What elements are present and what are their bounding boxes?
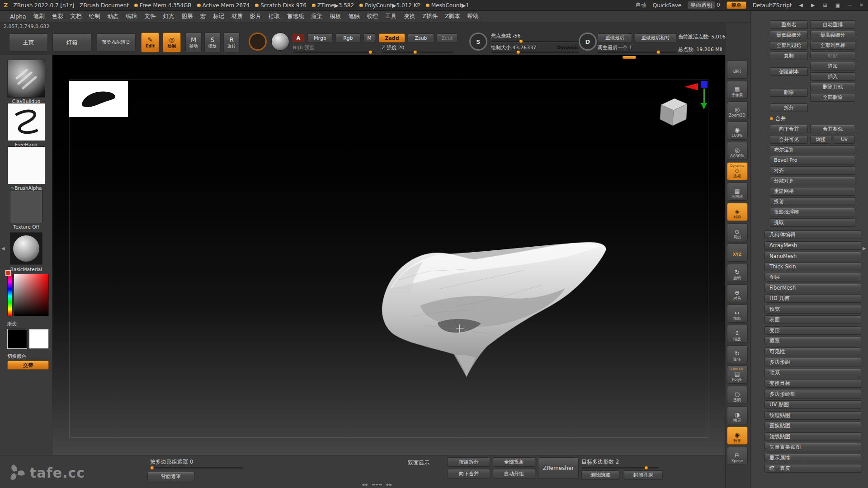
menu-item[interactable]: 图层 (178, 11, 197, 22)
menu-item[interactable]: 色彩 (48, 11, 67, 22)
right-shelf-button[interactable]: XYZ (727, 244, 748, 262)
right-shelf-button[interactable]: ↔ 移动 (727, 305, 748, 323)
tool-subpalette[interactable]: 统一表皮 (764, 464, 861, 473)
tool-subpalette[interactable]: 变形 (764, 326, 861, 335)
delete-all-button[interactable]: 全部删除 (810, 93, 855, 102)
rgb-button[interactable]: Rgb (335, 33, 361, 42)
home-button[interactable]: 主页 (9, 33, 48, 52)
menu-item[interactable]: 工具 (382, 11, 401, 22)
lightbox-button[interactable]: 灯箱 (52, 33, 91, 52)
scroll-left-icon[interactable]: ◀◀ (362, 483, 367, 487)
target-polygons-slider[interactable] (581, 467, 659, 469)
swap-color-button[interactable]: 交替 (7, 361, 49, 370)
slider-knob[interactable] (656, 50, 660, 54)
zadd-button[interactable]: Zadd (379, 33, 405, 42)
subtool-section[interactable]: 提取 (770, 218, 855, 227)
highest-subdiv-button[interactable]: 最高级细分 (810, 31, 855, 39)
color-picker[interactable] (7, 274, 49, 316)
split-button[interactable]: 拆分 (770, 103, 808, 112)
quicksave-button[interactable]: QuickSave (653, 2, 681, 9)
right-shelf-button[interactable]: ⊕ 对焦 (727, 284, 748, 302)
current-stroke-thumbnail[interactable] (7, 103, 45, 141)
tool-subpalette[interactable]: HD 几何 (764, 294, 861, 303)
material-thumbnail[interactable] (271, 33, 289, 51)
right-shelf-button[interactable]: ⊞ Xpose (727, 447, 748, 465)
focal-shift-slider[interactable] (491, 41, 579, 42)
subtool-section[interactable]: 重建网格 (770, 187, 855, 196)
copy-button[interactable]: 复制 (770, 52, 808, 60)
right-shelf-button[interactable]: ◑ 幽灵 (727, 406, 748, 424)
hue-strip[interactable] (7, 274, 13, 316)
menu-item[interactable]: 动态 (104, 11, 123, 22)
slider-knob[interactable] (368, 50, 373, 54)
canvas-viewport[interactable] (52, 55, 725, 455)
tool-subpalette[interactable]: 预览 (764, 305, 861, 314)
menu-item[interactable]: 拾取 (265, 11, 283, 22)
paste-button[interactable]: 粘贴 (810, 52, 855, 60)
right-shelf-button[interactable]: Dynamic ◇ 透视 (727, 162, 748, 180)
subtool-section[interactable]: Bevel Pro (770, 156, 855, 164)
delete-button[interactable]: 删除 (770, 88, 808, 97)
menu-item[interactable]: 首选项 (283, 11, 308, 22)
stroke-indicator-icon[interactable]: S (469, 33, 487, 51)
gizmo-x-axis-icon[interactable] (684, 83, 698, 90)
slider-knob[interactable] (519, 39, 523, 43)
menu-item[interactable]: Alpha (6, 12, 30, 21)
tray-collapse-left-icon[interactable]: ◀ (798, 2, 804, 8)
canvas-scrollbar[interactable]: ◀◀ ▬▬▬ ▶▶ (362, 483, 392, 487)
redo-last-relative-button[interactable]: 重做最后相对 (635, 33, 676, 42)
slider-knob[interactable] (516, 50, 520, 54)
auto-reorder-button[interactable]: 自动重排 (810, 20, 855, 29)
tool-subpalette[interactable]: 矢量置换贴图 (764, 443, 861, 451)
insert-button[interactable]: 插入 (810, 72, 855, 81)
auto-group-button[interactable]: 自动分组 (493, 469, 535, 479)
color-chip[interactable]: A (292, 33, 305, 42)
subtool-section[interactable]: 分散对齐 (770, 177, 855, 185)
menu-item[interactable]: 影片 (246, 11, 265, 22)
split-view-icon[interactable]: ▣ (835, 2, 841, 8)
right-shelf-button[interactable]: ↻ 旋转 (727, 345, 748, 363)
tray-collapse-right-icon[interactable]: ▶ (810, 2, 816, 8)
tool-subpalette[interactable]: FiberMesh (764, 284, 861, 292)
menu-button[interactable]: 菜单 (726, 1, 746, 9)
edit-button[interactable]: ✎ Edit (141, 33, 159, 52)
right-shelf-button[interactable]: ◎ AA50% (727, 142, 748, 160)
menu-item[interactable]: 纹理 (363, 11, 382, 22)
backface-mask-button[interactable]: 背面遮罩 (147, 472, 194, 481)
zsub-button[interactable]: Zsub (408, 33, 434, 42)
right-shelf-button[interactable]: ○ 透明 (727, 386, 748, 404)
z-intensity-slider[interactable] (382, 52, 454, 53)
dynamic-mode-label[interactable]: Dynamic (557, 45, 579, 50)
tool-subpalette[interactable]: Thick Skin (764, 263, 861, 271)
double-sided-label[interactable]: 双面显示 (408, 459, 429, 467)
menu-item[interactable]: Z脚本 (441, 11, 464, 22)
density-indicator-icon[interactable]: D (579, 33, 597, 51)
tool-subpalette[interactable]: 置换贴图 (764, 422, 861, 430)
m-button[interactable]: M (363, 33, 375, 42)
menu-item[interactable]: 笔触 (345, 11, 363, 22)
rgb-intensity-slider[interactable] (293, 52, 375, 53)
delete-other-button[interactable]: 删除其他 (810, 83, 855, 91)
right-shelf-button[interactable]: BPR (727, 61, 748, 79)
current-material-thumbnail[interactable] (10, 232, 42, 265)
all-to-target-button[interactable]: 全部到目标 (810, 41, 855, 50)
menu-item[interactable]: 帮助 (464, 11, 482, 22)
project-all-button[interactable]: 全部投射 (493, 457, 535, 467)
weld-button[interactable]: 焊接 (810, 135, 831, 144)
scroll-thumb[interactable]: ▬▬▬ (372, 483, 382, 487)
tool-subpalette[interactable]: 遮罩 (764, 337, 861, 345)
current-alpha-thumbnail[interactable] (7, 146, 45, 184)
right-shelf-button[interactable]: ◉ 独显 (727, 427, 748, 445)
right-shelf-button[interactable]: ◈ 对称 (727, 203, 748, 221)
draw-size-slider[interactable] (491, 52, 579, 53)
adjust-last-slider[interactable] (598, 52, 676, 53)
tool-subpalette[interactable]: 多边形组 (764, 358, 861, 366)
redo-last-button[interactable]: 重做最后 (598, 33, 632, 42)
left-divider-arrow[interactable]: ◀ (1, 246, 5, 251)
mask-by-polygroup-slider[interactable] (150, 467, 243, 469)
right-shelf-button[interactable]: ◉ 100% (727, 122, 748, 140)
right-divider-arrow[interactable]: ▶ (863, 246, 866, 251)
right-shelf-button[interactable]: ▦ 地网格 (727, 183, 748, 201)
tool-subpalette[interactable]: 联系 (764, 369, 861, 377)
tool-subpalette[interactable]: NanoMesh (764, 252, 861, 260)
